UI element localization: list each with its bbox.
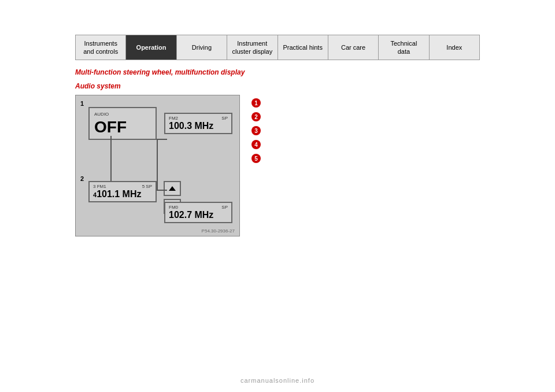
radio-diagram: 1 AUDIO OFF 2 3 FM1 5 <box>75 95 240 245</box>
connector-horizontal-mid <box>157 190 167 191</box>
diagram-ref: P54.30-2936-27 <box>202 228 235 234</box>
nav-label-technical: Technicaldata <box>391 39 417 56</box>
navigation-bar: Instrumentsand controls Operation Drivin… <box>0 35 555 60</box>
breadcrumb: Multi-function steering wheel, multifunc… <box>75 68 480 76</box>
section-layout: Audio system 1 AUDIO OFF 2 <box>75 82 480 245</box>
nav-label-driving: Driving <box>192 43 212 51</box>
nav-label-care: Car care <box>341 43 365 51</box>
diagram-label-1: 1 <box>80 100 84 107</box>
nav-label-cluster: Instrumentcluster display <box>232 39 272 56</box>
nav-label-hints: Practical hints <box>283 43 322 51</box>
audio-header-label: AUDIO <box>94 112 151 117</box>
num-badge-2: 2 <box>251 112 261 121</box>
diagram-label-2: 2 <box>80 175 84 182</box>
audio-value: OFF <box>94 118 151 136</box>
fm0-sp: SP <box>221 205 228 210</box>
list-item-2: 2 <box>251 112 480 121</box>
fm1-sp: 5 SP <box>142 184 152 189</box>
arrow-up-button[interactable] <box>164 181 181 196</box>
nav-item-index[interactable]: Index <box>430 35 479 60</box>
nav-label-operation: Operation <box>136 43 166 51</box>
nav-item-instruments[interactable]: Instrumentsand controls <box>76 35 126 60</box>
connector-horizontal-top <box>157 139 167 140</box>
numbered-list-column: 1 2 3 4 5 <box>251 82 480 245</box>
arrow-up-icon <box>168 185 176 192</box>
fm1-id: 3 FM1 <box>93 184 106 189</box>
nav-item-cluster[interactable]: Instrumentcluster display <box>227 35 278 60</box>
num-badge-1: 1 <box>251 98 261 108</box>
nav-item-technical[interactable]: Technicaldata <box>379 35 429 60</box>
num-badge-3: 3 <box>251 126 261 135</box>
nav-item-care[interactable]: Car care <box>328 35 379 60</box>
svg-marker-0 <box>169 186 176 191</box>
diagram-background: 1 AUDIO OFF 2 3 FM1 5 <box>75 95 240 236</box>
connector-vertical-1 <box>110 136 112 182</box>
nav-label-instruments: Instrumentsand controls <box>83 39 118 56</box>
nav-item-hints[interactable]: Practical hints <box>278 35 328 60</box>
fm2-id: FM2 <box>169 116 178 121</box>
list-item-5: 5 <box>251 154 480 163</box>
diagram-column: Audio system 1 AUDIO OFF 2 <box>75 82 240 245</box>
list-item-4: 4 <box>251 140 480 149</box>
site-watermark: carmanualsonline.info <box>240 377 314 384</box>
connector-vertical-2 <box>157 139 158 191</box>
nav-item-operation[interactable]: Operation <box>126 35 176 60</box>
fm0-freq: 102.7 MHz <box>169 210 228 220</box>
page-content: Multi-function steering wheel, multifunc… <box>75 68 480 245</box>
num-badge-5: 5 <box>251 154 261 163</box>
fm1-freq: 4101.1 MHz <box>93 189 152 199</box>
fm0-display: FM0 SP 102.7 MHz <box>164 202 232 223</box>
fm2-sp: SP <box>221 116 228 121</box>
fm2-freq: 100.3 MHz <box>169 121 228 131</box>
section-subtitle: Audio system <box>75 82 240 90</box>
fm2-display: FM2 SP 100.3 MHz <box>164 113 232 134</box>
nav-item-driving[interactable]: Driving <box>177 35 227 60</box>
numbered-list: 1 2 3 4 5 <box>251 98 480 163</box>
list-item-3: 3 <box>251 126 480 135</box>
list-item-1: 1 <box>251 98 480 108</box>
num-badge-4: 4 <box>251 140 261 149</box>
fm0-id: FM0 <box>169 205 178 210</box>
nav-label-index: Index <box>446 43 462 51</box>
